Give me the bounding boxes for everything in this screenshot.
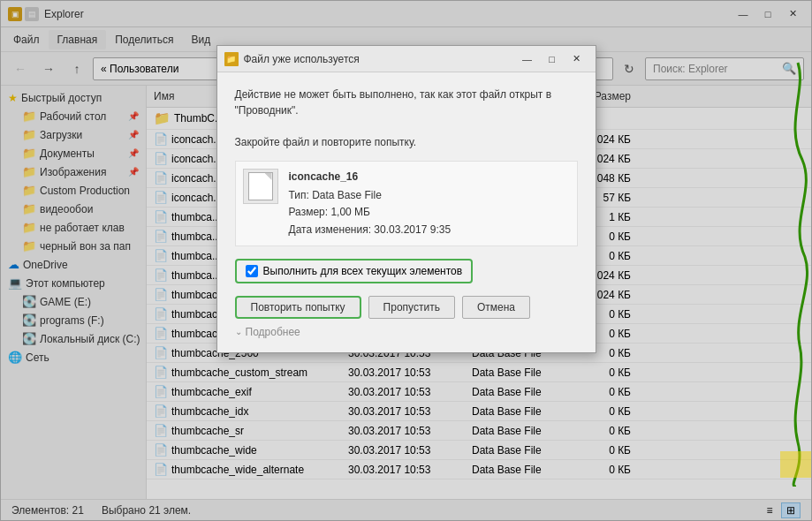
dialog-body: Действие не может быть выполнено, так ка…: [217, 72, 596, 352]
dialog-buttons: Повторить попытку Пропустить Отмена: [235, 296, 578, 319]
chevron-down-icon: ⌄: [235, 327, 242, 336]
dialog-overlay: 📁 Файл уже используется — □ ✕ Действие н…: [1, 1, 811, 520]
file-meta-name: iconcache_16: [289, 169, 452, 185]
checkbox-label[interactable]: Выполнить для всех текущих элементов: [235, 259, 474, 283]
dialog-message: Действие не может быть выполнено, так ка…: [235, 87, 578, 150]
dialog-close-button[interactable]: ✕: [565, 50, 588, 68]
dialog-title-text: Файл уже используется: [244, 53, 360, 65]
checkbox-label-text: Выполнить для всех текущих элементов: [263, 265, 463, 277]
explorer-window: ▣ ▤ Explorer — □ ✕ Файл Главная Поделить…: [0, 0, 812, 521]
dialog-file-info: iconcache_16 Тип: Data Base File Размер:…: [235, 161, 578, 246]
file-meta-size: Размер: 1,00 МБ: [289, 204, 452, 221]
dialog-title-left: 📁 Файл уже используется: [224, 52, 360, 66]
all-items-checkbox[interactable]: [246, 265, 258, 277]
dialog-icon: 📁: [224, 52, 239, 66]
dialog-details[interactable]: ⌄ Подробнее: [235, 326, 578, 338]
file-thumb-inner: [248, 172, 273, 200]
file-meta-date: Дата изменения: 30.03.2017 9:35: [289, 222, 452, 238]
details-label: Подробнее: [246, 326, 300, 338]
file-meta: iconcache_16 Тип: Data Base File Размер:…: [289, 169, 452, 238]
dialog-controls: — □ ✕: [516, 50, 588, 68]
file-thumbnail: [243, 169, 278, 204]
dialog: 📁 Файл уже используется — □ ✕ Действие н…: [216, 45, 596, 353]
dialog-maximize-button[interactable]: □: [541, 50, 564, 68]
retry-button[interactable]: Повторить попытку: [235, 296, 361, 319]
skip-button[interactable]: Пропустить: [368, 296, 455, 319]
cancel-button[interactable]: Отмена: [462, 296, 530, 319]
dialog-title-bar: 📁 Файл уже используется — □ ✕: [217, 46, 596, 72]
checkbox-row-wrapper: Выполнить для всех текущих элементов: [235, 259, 578, 283]
dialog-minimize-button[interactable]: —: [516, 50, 539, 68]
file-meta-type: Тип: Data Base File: [289, 187, 452, 204]
